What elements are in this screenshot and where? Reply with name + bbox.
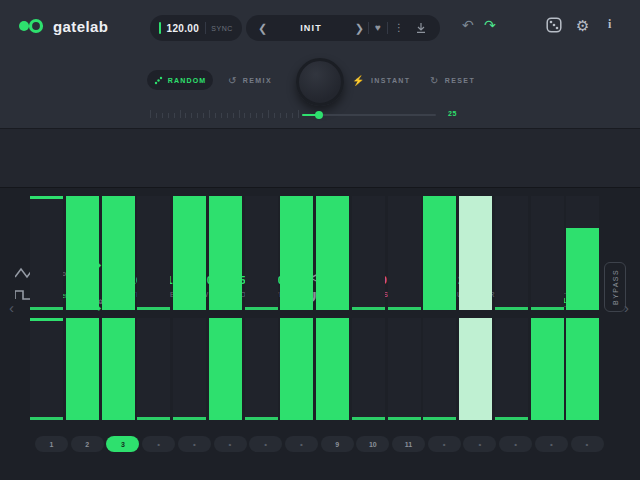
pattern-slot-15[interactable]: •	[535, 436, 568, 452]
favorite-icon[interactable]: ♥	[369, 23, 387, 33]
step-baseline-tick	[352, 417, 385, 420]
pattern-slot-4[interactable]: •	[142, 436, 175, 452]
bpm-value[interactable]: 120.00	[167, 23, 199, 34]
gate-bar	[280, 318, 313, 420]
settings-gear-icon[interactable]: ⚙	[576, 18, 589, 33]
step-baseline-tick	[388, 417, 421, 420]
bpm-module[interactable]: 120.00 SYNC	[150, 15, 242, 41]
step-baseline-tick	[423, 307, 456, 310]
tick-mark	[239, 110, 240, 118]
control-bar: Mono Stereo ➔ LINK L-R ➔ 1/16 RATE 16 ST…	[0, 128, 640, 188]
random-button[interactable]: RANDOM	[147, 70, 213, 90]
step-baseline-tick	[137, 307, 170, 310]
playhead-column	[459, 196, 492, 310]
seq-step-lane-1-13[interactable]	[459, 196, 492, 310]
step-baseline-tick	[66, 417, 99, 420]
save-download-icon[interactable]	[410, 23, 432, 33]
seq-step-lane-2-2[interactable]	[66, 318, 99, 420]
step-baseline-tick	[280, 307, 313, 310]
seq-step-lane-2-3[interactable]	[102, 318, 135, 420]
instant-button[interactable]: ⚡ INSTANT	[352, 75, 411, 86]
preset-menu-icon[interactable]: ⋮	[388, 23, 410, 33]
seq-step-lane-2-4[interactable]	[137, 318, 170, 420]
seq-step-lane-1-9[interactable]	[316, 196, 349, 310]
step-baseline-tick	[316, 417, 349, 420]
step-baseline-tick	[423, 417, 456, 420]
seq-step-lane-1-15[interactable]	[531, 196, 564, 310]
seq-step-lane-2-16[interactable]	[566, 318, 599, 420]
gate-bar	[66, 318, 99, 420]
pattern-slot-14[interactable]: •	[499, 436, 532, 452]
seq-step-lane-2-14[interactable]	[495, 318, 528, 420]
preset-name[interactable]: INIT	[271, 23, 351, 33]
pattern-slot-10[interactable]: 10	[356, 436, 389, 452]
pattern-slot-16[interactable]: •	[571, 436, 604, 452]
seq-step-lane-1-10[interactable]	[352, 196, 385, 310]
pattern-slot-5[interactable]: •	[178, 436, 211, 452]
amount-slider[interactable]	[302, 114, 436, 116]
seq-step-lane-1-7[interactable]	[245, 196, 278, 310]
seq-step-lane-2-13[interactable]	[459, 318, 492, 420]
seq-step-lane-2-10[interactable]	[352, 318, 385, 420]
gate-bar	[566, 318, 599, 420]
seq-step-lane-1-11[interactable]	[388, 196, 421, 310]
remix-button[interactable]: ↺ REMIX	[228, 75, 272, 86]
dice-icon[interactable]	[546, 17, 562, 33]
seq-step-lane-1-14[interactable]	[495, 196, 528, 310]
gate-lane-1[interactable]	[30, 196, 602, 310]
pattern-slot-8[interactable]: •	[285, 436, 318, 452]
seq-step-lane-1-16[interactable]	[566, 196, 599, 310]
step-baseline-tick	[566, 417, 599, 420]
instant-label: INSTANT	[371, 77, 411, 84]
pattern-slot-3[interactable]: 3	[106, 436, 139, 452]
step-level-line	[30, 318, 63, 321]
gate-lane-2[interactable]	[30, 318, 602, 420]
bypass-label: BYPASS	[612, 269, 619, 305]
seq-step-lane-2-1[interactable]	[30, 318, 63, 420]
logo: gatelab	[16, 17, 108, 35]
reset-button[interactable]: ↻ RESET	[430, 75, 475, 86]
gatelab-window: gatelab 120.00 SYNC ❮ INIT ❯ ♥ ⋮ ↶ ↷ ⚙ i	[0, 0, 640, 480]
seq-step-lane-2-6[interactable]	[209, 318, 242, 420]
step-baseline-tick	[30, 417, 63, 420]
pattern-slot-11[interactable]: 11	[392, 436, 425, 452]
remix-label: REMIX	[243, 77, 272, 84]
pattern-slot-9[interactable]: 9	[321, 436, 354, 452]
bypass-button[interactable]: BYPASS	[604, 262, 626, 312]
seq-step-lane-2-5[interactable]	[173, 318, 206, 420]
seq-step-lane-2-12[interactable]	[423, 318, 456, 420]
seq-step-lane-1-4[interactable]	[137, 196, 170, 310]
seq-step-lane-1-6[interactable]	[209, 196, 242, 310]
sync-toggle[interactable]: SYNC	[211, 25, 233, 32]
seq-step-lane-2-11[interactable]	[388, 318, 421, 420]
redo-icon[interactable]: ↷	[484, 18, 496, 32]
step-baseline-tick	[173, 417, 206, 420]
seq-step-lane-1-12[interactable]	[423, 196, 456, 310]
pattern-slot-13[interactable]: •	[463, 436, 496, 452]
pattern-slot-2[interactable]: 2	[71, 436, 104, 452]
page-left-icon[interactable]: ‹	[9, 300, 14, 315]
info-icon[interactable]: i	[608, 18, 611, 30]
gate-bar	[423, 196, 456, 310]
seq-step-lane-1-8[interactable]	[280, 196, 313, 310]
tick-mark	[156, 113, 157, 118]
main-knob[interactable]	[296, 58, 344, 106]
pattern-slot-7[interactable]: •	[249, 436, 282, 452]
seq-step-lane-2-7[interactable]	[245, 318, 278, 420]
prev-preset-button[interactable]: ❮	[254, 23, 271, 34]
seq-step-lane-1-3[interactable]	[102, 196, 135, 310]
seq-step-lane-2-15[interactable]	[531, 318, 564, 420]
seq-step-lane-1-1[interactable]	[30, 196, 63, 310]
page-right-icon[interactable]: ›	[624, 300, 629, 315]
pattern-slot-6[interactable]: •	[214, 436, 247, 452]
seq-step-lane-1-2[interactable]	[66, 196, 99, 310]
step-baseline-tick	[245, 307, 278, 310]
seq-step-lane-2-8[interactable]	[280, 318, 313, 420]
undo-icon[interactable]: ↶	[462, 18, 474, 32]
next-preset-button[interactable]: ❯	[351, 23, 368, 34]
pattern-slot-1[interactable]: 1	[35, 436, 68, 452]
seq-step-lane-1-5[interactable]	[173, 196, 206, 310]
pattern-slot-12[interactable]: •	[428, 436, 461, 452]
seq-step-lane-2-9[interactable]	[316, 318, 349, 420]
slider-handle[interactable]	[315, 111, 323, 119]
